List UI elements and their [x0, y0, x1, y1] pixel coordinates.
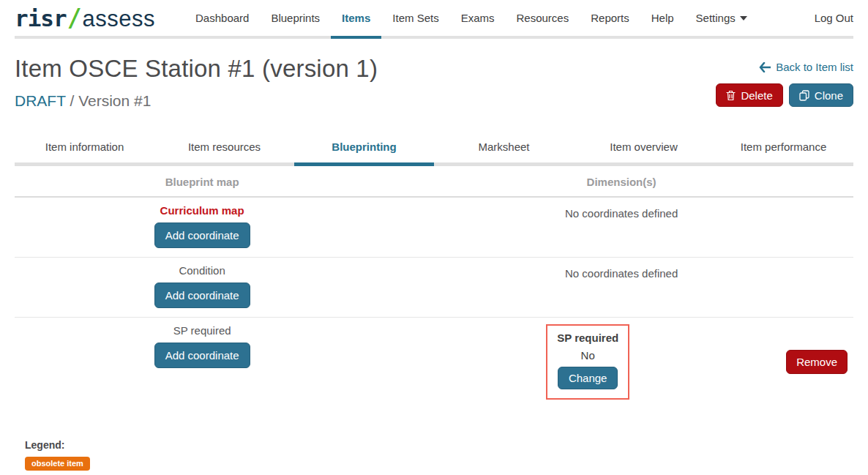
- back-to-item-list-link[interactable]: Back to Item list: [759, 61, 853, 73]
- change-button[interactable]: Change: [558, 367, 618, 389]
- clone-button[interactable]: Clone: [789, 83, 853, 107]
- nav-item-reports[interactable]: Reports: [580, 0, 640, 36]
- blueprint-table: Blueprint map Dimension(s) Curriculum ma…: [15, 166, 853, 408]
- page-header: Item OSCE Station #1 (version 1) DRAFT /…: [15, 55, 853, 110]
- column-header-dimensions: Dimension(s): [389, 166, 853, 196]
- page-title-block: Item OSCE Station #1 (version 1) DRAFT /…: [15, 55, 378, 110]
- tab-blueprinting[interactable]: Blueprinting: [294, 133, 434, 162]
- tab-item-resources[interactable]: Item resources: [154, 133, 294, 162]
- dimension-status: No coordinates defined: [389, 204, 853, 248]
- legend-title: Legend:: [25, 439, 868, 451]
- nav-item-help[interactable]: Help: [640, 0, 685, 36]
- logo-text-assess: assess: [83, 6, 155, 32]
- app-logo[interactable]: risr / assess: [15, 4, 155, 32]
- main-nav: Dashboard Blueprints Items Item Sets Exa…: [184, 0, 758, 36]
- version-label: Version #1: [78, 92, 151, 109]
- add-coordinate-button[interactable]: Add coordinate: [154, 222, 250, 248]
- logout-link[interactable]: Log Out: [815, 12, 853, 24]
- nav-item-exams[interactable]: Exams: [450, 0, 506, 36]
- add-coordinate-button[interactable]: Add coordinate: [154, 343, 250, 368]
- page-title: Item OSCE Station #1 (version 1): [15, 55, 378, 83]
- page-subtitle: DRAFT / Version #1: [15, 92, 378, 110]
- nav-item-settings[interactable]: Settings: [685, 0, 758, 36]
- coordinate-value: No: [581, 349, 595, 362]
- nav-item-item-sets[interactable]: Item Sets: [381, 0, 449, 36]
- tab-item-performance[interactable]: Item performance: [714, 133, 853, 162]
- tab-marksheet[interactable]: Marksheet: [434, 133, 574, 162]
- table-row-curriculum-map: Curriculum map Add coordinate No coordin…: [15, 198, 853, 258]
- logo-slash: /: [67, 4, 82, 32]
- status-badge[interactable]: DRAFT: [15, 92, 66, 109]
- clone-icon: [799, 90, 809, 101]
- nav-item-blueprints[interactable]: Blueprints: [260, 0, 331, 36]
- tab-item-overview[interactable]: Item overview: [574, 133, 714, 162]
- arrow-left-icon: [759, 62, 771, 72]
- nav-item-items[interactable]: Items: [331, 0, 381, 36]
- blueprint-table-header: Blueprint map Dimension(s): [15, 166, 853, 198]
- column-header-blueprint-map: Blueprint map: [15, 166, 389, 196]
- tab-bar: Item information Item resources Blueprin…: [15, 133, 853, 166]
- table-row-condition: Condition Add coordinate No coordinates …: [15, 258, 853, 318]
- delete-button[interactable]: Delete: [716, 83, 782, 107]
- coordinate-box-sp-required: SP required No Change: [546, 324, 629, 400]
- blueprint-name: Condition: [179, 264, 225, 277]
- dimension-status: No coordinates defined: [389, 264, 853, 308]
- chevron-down-icon: [740, 16, 747, 20]
- blueprint-name: Curriculum map: [160, 204, 244, 217]
- coordinate-title: SP required: [557, 332, 618, 344]
- nav-item-dashboard[interactable]: Dashboard: [184, 0, 260, 36]
- tab-item-information[interactable]: Item information: [15, 133, 154, 162]
- top-navigation-bar: risr / assess Dashboard Blueprints Items…: [0, 0, 868, 39]
- add-coordinate-button[interactable]: Add coordinate: [154, 283, 250, 308]
- legend: Legend: obsolete item mandatory coordina…: [25, 439, 868, 475]
- trash-icon: [726, 90, 736, 101]
- blueprint-name: SP required: [173, 324, 231, 337]
- page-actions: Back to Item list Delete Clone: [716, 55, 853, 107]
- nav-item-resources[interactable]: Resources: [506, 0, 580, 36]
- logo-text-risr: risr: [15, 5, 67, 31]
- remove-button[interactable]: Remove: [786, 350, 848, 374]
- obsolete-item-badge: obsolete item: [25, 457, 90, 471]
- table-row-sp-required: SP required Add coordinate SP required N…: [15, 318, 853, 408]
